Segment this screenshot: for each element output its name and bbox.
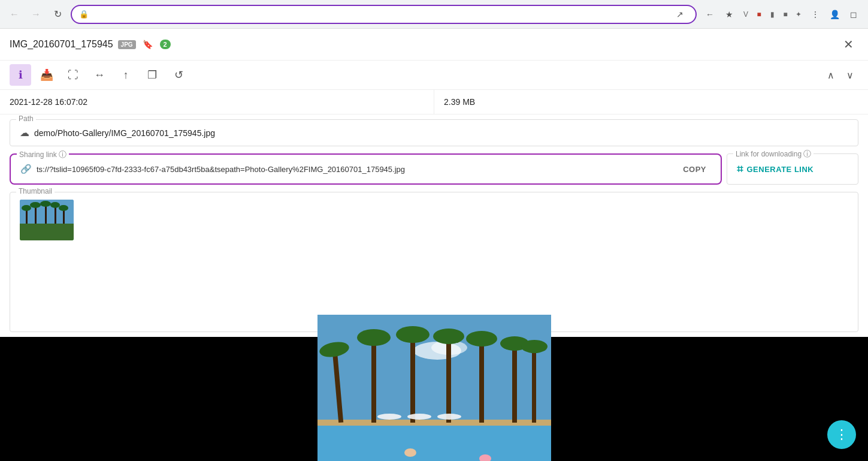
sharing-row: Sharing link ⓘ 🔗 ts://?tslid=10965f09-c7… [10,153,858,185]
sharing-label: Sharing link ⓘ [17,149,69,160]
sharing-link-text: ts://?tslid=10965f09-c7fd-2333-fc67-a75d… [37,165,673,174]
extension-icons: V ■ ▮ ■ ✦ [740,8,805,20]
image-viewer: ⋮ [0,337,868,462]
fab-button[interactable]: ⋮ [827,420,856,449]
lock-icon: 🔒 [79,10,89,19]
file-date: 2021-12-28 16:07:02 [0,90,434,114]
svg-point-34 [404,448,416,457]
reload-button[interactable]: ↻ [49,6,66,23]
forward-button[interactable]: → [28,6,44,23]
app-container: IMG_20160701_175945 JPG 🔖 2 ✕ ℹ 📥 ⛶ ↔ ↑ … [0,29,868,461]
thumbnail-image [20,200,74,240]
svg-rect-23 [446,338,451,423]
svg-rect-15 [317,423,551,461]
path-value: demo/Photo-Gallery/IMG_20160701_175945.j… [34,128,215,138]
title-bar: IMG_20160701_175945 JPG 🔖 2 ✕ [0,29,868,61]
svg-rect-29 [532,348,536,423]
address-bar: 🔒 demo.tagspaces.com/?tslid=10965f09-c7f… [71,5,697,24]
info-button[interactable]: ℹ [10,64,31,86]
bookmark-button[interactable]: ★ [721,6,737,23]
menu-button[interactable]: ⋮ [807,6,824,23]
open-tab-icon[interactable]: ↗ [672,6,688,23]
main-image [317,315,551,461]
svg-point-11 [59,205,68,211]
ext-icon-3: ▮ [766,8,778,20]
svg-point-9 [50,202,60,208]
extend-button[interactable]: ◻ [845,6,862,23]
sharing-section: Sharing link ⓘ 🔗 ts://?tslid=10965f09-c7… [10,153,722,185]
svg-point-5 [30,202,41,208]
share-button[interactable]: ← [701,6,718,23]
svg-rect-1 [20,224,74,240]
svg-point-31 [377,414,401,420]
svg-rect-6 [45,204,47,224]
browser-action-buttons: ← ★ V ■ ▮ ■ ✦ ⋮ 👤 ◻ [701,6,862,23]
close-button[interactable]: ✕ [839,35,858,54]
count-badge: 2 [160,40,171,49]
svg-point-20 [357,329,391,346]
nav-down-button[interactable]: ∨ [842,67,858,83]
svg-rect-8 [55,206,56,224]
path-label: Path [16,115,36,123]
toolbar: ℹ 📥 ⛶ ↔ ↑ ❐ ↺ ∧ ∨ [0,61,868,90]
nav-up-button[interactable]: ∧ [822,67,839,83]
ext-icon-2: ■ [753,8,765,20]
svg-point-7 [40,201,51,207]
cloud-icon: ☁ [20,127,29,138]
svg-rect-27 [512,345,517,423]
save-button[interactable]: 📥 [36,64,58,86]
svg-rect-25 [479,340,484,423]
download-section: Link for downloading ⓘ ⌗ GENERATE LINK [727,153,858,185]
jpg-badge: JPG [118,40,136,49]
copy-button[interactable]: COPY [678,162,711,176]
svg-point-24 [433,329,464,344]
qr-icon: ⌗ [737,163,743,176]
upload-button[interactable]: ↑ [115,64,137,86]
svg-point-3 [22,205,31,211]
svg-rect-4 [35,206,37,224]
thumbnail-section: Thumbnail [10,192,858,332]
svg-point-26 [466,331,497,346]
toolbar-navigation: ∧ ∨ [822,67,858,83]
back-button[interactable]: ← [6,6,23,23]
svg-point-32 [407,414,431,420]
path-content: ☁ demo/Photo-Gallery/IMG_20160701_175945… [10,120,858,146]
svg-point-33 [437,414,461,420]
ext-icon-5: ✦ [793,8,805,20]
thumbnail-svg [20,200,74,240]
ext-icon-4: ■ [779,8,791,20]
browser-chrome: ← → ↻ 🔒 demo.tagspaces.com/?tslid=10965f… [0,0,868,29]
thumbnail-label: Thumbnail [16,187,55,195]
download-label: Link for downloading ⓘ [733,149,813,159]
file-title: IMG_20160701_175945 [10,39,113,50]
bookmark-file-button[interactable]: 🔖 [141,37,155,52]
svg-rect-21 [410,336,415,423]
expand-button[interactable]: ⛶ [62,64,84,86]
embed-button[interactable]: ↔ [89,64,110,86]
meta-row: 2021-12-28 16:07:02 2.39 MB [0,90,868,115]
file-size: 2.39 MB [434,90,868,114]
svg-point-22 [396,326,430,343]
url-input[interactable]: demo.tagspaces.com/?tslid=10965f09-c7fd-… [92,10,668,19]
link-icon: 🔗 [20,164,32,174]
reload-file-button[interactable]: ↺ [168,64,189,86]
sharing-info-icon: ⓘ [59,150,66,159]
svg-point-30 [521,340,548,353]
generate-link-button[interactable]: ⌗ GENERATE LINK [737,161,813,178]
profile-button[interactable]: 👤 [826,6,843,23]
ext-icon-1: V [740,8,752,20]
svg-rect-19 [371,339,376,423]
download-info-icon: ⓘ [803,149,811,158]
preview-button[interactable]: ❐ [141,64,163,86]
path-section: Path ☁ demo/Photo-Gallery/IMG_20160701_1… [10,119,858,146]
